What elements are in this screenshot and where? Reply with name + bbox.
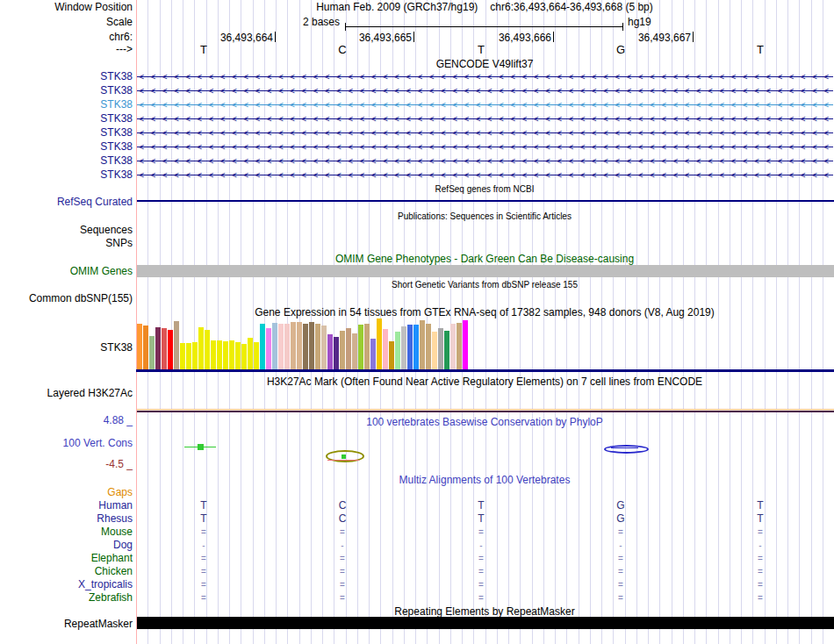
- gtex-gene-label[interactable]: STK38: [100, 341, 133, 354]
- gtex-tissue-bar[interactable]: [174, 321, 179, 369]
- refseq-track-title[interactable]: RefSeq genes from NCBI: [136, 183, 833, 196]
- gencode-gene-label[interactable]: STK38: [100, 84, 133, 97]
- gencode-gene-label[interactable]: STK38: [100, 98, 133, 111]
- gtex-tissue-bar[interactable]: [297, 322, 302, 369]
- gtex-tissue-bar[interactable]: [137, 324, 142, 369]
- gtex-tissue-bar[interactable]: [198, 327, 204, 369]
- gtex-tissue-bar[interactable]: [334, 337, 339, 369]
- common-dbsnp-label[interactable]: Common dbSNP(155): [29, 292, 133, 304]
- gtex-tissue-bar[interactable]: [229, 340, 234, 369]
- repeatmasker-element-bar[interactable]: [137, 617, 834, 629]
- gtex-tissue-bar[interactable]: [217, 340, 222, 369]
- gtex-tissue-bar[interactable]: [155, 327, 161, 369]
- multiz-species-label[interactable]: Mouse: [101, 526, 133, 538]
- gtex-tissue-bar[interactable]: [211, 340, 216, 369]
- gtex-tissue-bar[interactable]: [383, 329, 388, 369]
- dbsnp-track-title[interactable]: Short Genetic Variants from dbSNP releas…: [136, 279, 833, 291]
- gtex-tissue-bar[interactable]: [260, 324, 265, 369]
- multiz-species-label[interactable]: Rhesus: [97, 512, 133, 525]
- gencode-track-title[interactable]: GENCODE V49lift37: [136, 58, 833, 70]
- publications-snps-label[interactable]: SNPs: [105, 237, 133, 249]
- conservation-track-title[interactable]: 100 vertebrates Basewise Conservation by…: [136, 416, 833, 428]
- gtex-tissue-bar[interactable]: [364, 324, 370, 369]
- gtex-tissue-bar[interactable]: [463, 320, 468, 369]
- gtex-tissue-bar[interactable]: [321, 326, 327, 369]
- publications-sequences-label[interactable]: Sequences: [80, 224, 133, 236]
- gtex-tissue-bar[interactable]: [315, 324, 320, 369]
- gtex-tissue-bar[interactable]: [407, 325, 413, 369]
- gtex-tissue-bar[interactable]: [457, 323, 462, 369]
- multiz-species-label[interactable]: Human: [98, 499, 133, 512]
- gencode-gene-label[interactable]: STK38: [100, 70, 133, 82]
- gtex-tissue-bar[interactable]: [149, 336, 155, 369]
- multiz-track-title[interactable]: Multiz Alignments of 100 Vertebrates: [136, 474, 833, 486]
- conservation-track-label[interactable]: 100 Vert. Cons: [63, 437, 133, 449]
- gtex-tissue-bar[interactable]: [444, 331, 449, 369]
- gtex-tissue-bar[interactable]: [248, 338, 253, 369]
- gtex-tissue-bar[interactable]: [168, 330, 173, 369]
- gtex-tissue-bar[interactable]: [413, 325, 419, 369]
- gtex-tissue-bar[interactable]: [143, 326, 148, 369]
- multiz-species-label[interactable]: Elephant: [91, 552, 133, 564]
- gencode-gene-line[interactable]: <<<<<<<<<<<<<<<<<<<<<<<<<<<<<<<<<<<<<<<<…: [137, 126, 833, 140]
- gencode-gene-line[interactable]: <<<<<<<<<<<<<<<<<<<<<<<<<<<<<<<<<<<<<<<<…: [137, 140, 833, 154]
- gtex-tissue-bar[interactable]: [180, 343, 185, 369]
- omim-track-title[interactable]: OMIM Gene Phenotypes - Dark Green Can Be…: [136, 253, 833, 265]
- multiz-species-label[interactable]: Dog: [113, 539, 133, 551]
- gtex-tissue-bar[interactable]: [370, 339, 376, 369]
- gtex-tissue-bar[interactable]: [377, 318, 382, 369]
- gtex-tissue-bar[interactable]: [205, 330, 210, 369]
- repeatmasker-track-title[interactable]: Repeating Elements by RepeatMasker: [136, 605, 833, 618]
- gencode-gene-label[interactable]: STK38: [100, 140, 133, 153]
- gtex-tissue-bar[interactable]: [254, 342, 259, 369]
- gtex-tissue-bar[interactable]: [223, 341, 228, 369]
- gtex-tissue-bar[interactable]: [162, 328, 167, 369]
- gencode-gene-line[interactable]: <<<<<<<<<<<<<<<<<<<<<<<<<<<<<<<<<<<<<<<<…: [137, 70, 833, 83]
- gtex-tissue-bar[interactable]: [278, 324, 284, 369]
- multiz-species-label[interactable]: Zebrafish: [89, 591, 133, 604]
- gtex-tissue-bar[interactable]: [389, 341, 394, 369]
- multiz-species-label[interactable]: X_tropicalis: [78, 578, 133, 590]
- refseq-curated-label[interactable]: RefSeq Curated: [57, 196, 133, 208]
- gtex-tissue-bar[interactable]: [284, 324, 290, 369]
- refseq-gene-line[interactable]: [137, 200, 834, 202]
- multiz-species-label[interactable]: Gaps: [107, 486, 133, 498]
- gtex-tissue-bar[interactable]: [420, 320, 425, 369]
- gtex-tissue-bar[interactable]: [426, 324, 431, 369]
- gencode-gene-line[interactable]: <<<<<<<<<<<<<<<<<<<<<<<<<<<<<<<<<<<<<<<<…: [137, 168, 833, 182]
- gtex-tissue-bar[interactable]: [346, 328, 351, 369]
- gtex-tissue-bar[interactable]: [340, 331, 345, 369]
- gtex-tissue-bar[interactable]: [432, 332, 437, 369]
- gtex-tissue-bar[interactable]: [303, 324, 308, 369]
- gtex-tissue-bar[interactable]: [186, 343, 191, 369]
- gtex-tissue-bar[interactable]: [309, 322, 314, 369]
- gtex-tissue-bar[interactable]: [266, 328, 271, 369]
- gencode-gene-line[interactable]: <<<<<<<<<<<<<<<<<<<<<<<<<<<<<<<<<<<<<<<<…: [137, 84, 833, 97]
- gtex-tissue-bar[interactable]: [352, 333, 357, 369]
- gtex-tissue-bar[interactable]: [192, 342, 198, 369]
- gencode-gene-label[interactable]: STK38: [100, 126, 133, 139]
- gtex-tissue-bar[interactable]: [358, 325, 363, 369]
- gtex-tissue-bar[interactable]: [235, 342, 241, 369]
- gtex-tissue-bar[interactable]: [272, 323, 277, 369]
- h3k27ac-track-title[interactable]: H3K27Ac Mark (Often Found Near Active Re…: [136, 376, 833, 388]
- gtex-tissue-bar[interactable]: [241, 344, 247, 369]
- gtex-tissue-bar[interactable]: [438, 328, 443, 369]
- repeatmasker-label[interactable]: RepeatMasker: [64, 618, 133, 630]
- gtex-tissue-bar[interactable]: [395, 332, 400, 369]
- gencode-gene-label[interactable]: STK38: [100, 168, 133, 181]
- gencode-gene-label[interactable]: STK38: [100, 112, 133, 125]
- publications-track-title[interactable]: Publications: Sequences in Scientific Ar…: [136, 211, 833, 223]
- gtex-tissue-bar[interactable]: [450, 324, 456, 369]
- gtex-tissue-bar[interactable]: [401, 326, 406, 369]
- omim-gene-bar[interactable]: [137, 265, 834, 277]
- gencode-gene-line[interactable]: <<<<<<<<<<<<<<<<<<<<<<<<<<<<<<<<<<<<<<<<…: [137, 154, 833, 168]
- layered-h3k27ac-label[interactable]: Layered H3K27Ac: [47, 387, 133, 399]
- gencode-gene-line[interactable]: <<<<<<<<<<<<<<<<<<<<<<<<<<<<<<<<<<<<<<<<…: [137, 98, 833, 111]
- omim-genes-label[interactable]: OMIM Genes: [70, 265, 133, 277]
- gtex-track-title[interactable]: Gene Expression in 54 tissues from GTEx …: [136, 306, 833, 318]
- gtex-tissue-bar[interactable]: [291, 322, 296, 369]
- multiz-species-label[interactable]: Chicken: [95, 565, 133, 577]
- gtex-tissue-bar[interactable]: [327, 334, 333, 369]
- gencode-gene-label[interactable]: STK38: [100, 154, 133, 167]
